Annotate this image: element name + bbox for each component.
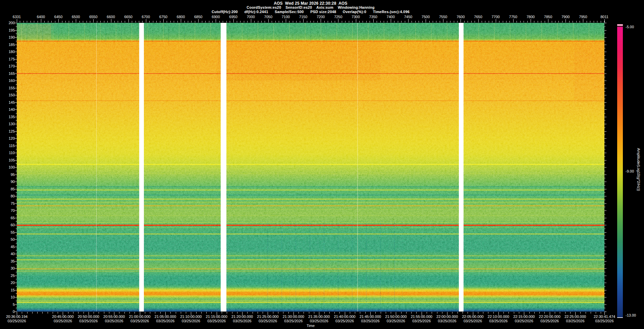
top-axis-minor-tick bbox=[524, 21, 524, 22]
time-axis-minor-tick bbox=[519, 312, 519, 314]
y-axis-right-major-tick bbox=[604, 74, 606, 74]
top-axis-minor-tick bbox=[454, 21, 454, 22]
top-axis-minor-tick bbox=[429, 21, 430, 22]
time-axis-minor-tick bbox=[432, 312, 432, 314]
time-axis-tick-label: 22:15:00.000 bbox=[513, 315, 535, 319]
top-axis-minor-tick bbox=[87, 21, 87, 22]
top-axis-tick-label: 7100 bbox=[282, 15, 290, 19]
time-axis-minor-tick bbox=[478, 312, 478, 314]
y-axis-right-major-tick bbox=[604, 153, 606, 153]
top-axis-minor-tick bbox=[244, 21, 244, 22]
y-axis-right-minor-tick bbox=[604, 128, 605, 128]
y-axis-right-major-tick bbox=[604, 66, 606, 66]
y-axis-tick-label: 85 bbox=[1, 187, 15, 191]
y-axis-right-minor-tick bbox=[604, 171, 605, 171]
spectrogram-patch bbox=[574, 42, 604, 102]
time-axis-minor-tick bbox=[129, 312, 130, 314]
top-axis-minor-tick bbox=[314, 21, 314, 22]
y-axis-tick-label: 115 bbox=[1, 144, 15, 148]
y-axis-right-major-tick bbox=[604, 52, 606, 52]
top-axis-tick-label: 7250 bbox=[334, 15, 342, 19]
top-axis-minor-tick bbox=[149, 21, 150, 22]
time-axis-minor-tick bbox=[32, 312, 33, 314]
y-axis-major-tick bbox=[15, 153, 17, 153]
y-axis-tick-label: 80 bbox=[1, 194, 15, 198]
time-axis-minor-tick bbox=[119, 312, 119, 314]
y-axis-major-tick bbox=[15, 283, 17, 283]
params-line-1: CoordSystem:es20 SensorID:es20 Axis:sum … bbox=[0, 5, 621, 9]
time-axis-date-label: 03/25/2026 bbox=[7, 319, 26, 323]
top-axis-tick-label: 7700 bbox=[491, 15, 499, 19]
top-axis-tick-label: 8011 bbox=[600, 15, 608, 19]
top-axis-minor-tick bbox=[457, 21, 458, 22]
time-axis-minor-tick bbox=[458, 312, 458, 314]
time-axis-minor-tick bbox=[145, 312, 145, 314]
top-axis-minor-tick bbox=[380, 21, 381, 22]
top-axis-minor-tick bbox=[121, 21, 122, 22]
time-axis-minor-tick bbox=[201, 312, 202, 314]
y-axis-tick-label: 35 bbox=[1, 259, 15, 263]
top-axis-minor-tick bbox=[541, 21, 541, 22]
top-axis-minor-tick bbox=[552, 21, 552, 22]
y-axis-minor-tick bbox=[16, 34, 17, 34]
time-axis-minor-tick bbox=[350, 312, 350, 314]
time-axis-minor-tick bbox=[329, 312, 330, 314]
time-axis-minor-tick bbox=[365, 312, 366, 314]
y-axis-major-tick bbox=[15, 81, 17, 81]
y-axis-right-major-tick bbox=[604, 297, 606, 297]
top-axis-minor-tick bbox=[296, 21, 297, 22]
top-axis-minor-tick bbox=[55, 21, 55, 22]
top-axis-major-tick bbox=[198, 19, 199, 22]
top-axis-minor-tick bbox=[345, 21, 345, 22]
top-axis-minor-tick bbox=[534, 21, 534, 22]
y-axis-minor-tick bbox=[16, 301, 17, 301]
y-axis-right-minor-tick bbox=[604, 84, 605, 85]
top-axis-major-tick bbox=[583, 19, 583, 22]
top-axis-minor-tick bbox=[170, 21, 171, 22]
y-axis-tick-label: 25 bbox=[1, 274, 15, 278]
top-axis-minor-tick bbox=[107, 21, 108, 22]
top-axis-major-tick bbox=[251, 19, 251, 22]
time-axis-tick-label: 21:30:00.000 bbox=[283, 315, 304, 319]
top-axis-major-tick bbox=[76, 19, 76, 22]
y-axis-right-major-tick bbox=[604, 146, 606, 146]
spectral-line bbox=[17, 292, 604, 294]
spectral-line bbox=[17, 79, 604, 79]
spectral-line bbox=[17, 234, 604, 234]
top-axis-minor-tick bbox=[489, 21, 489, 22]
time-axis-minor-tick bbox=[155, 312, 155, 314]
time-axis-date-label: 03/25/2026 bbox=[182, 319, 200, 323]
spectral-line bbox=[17, 137, 604, 138]
spectrogram-canvas[interactable] bbox=[17, 23, 604, 312]
time-axis-minor-tick bbox=[94, 312, 94, 314]
top-axis-minor-tick bbox=[352, 21, 353, 22]
time-axis-minor-tick bbox=[53, 312, 53, 314]
y-axis-minor-tick bbox=[16, 156, 17, 157]
time-axis-date-label: 03/25/2026 bbox=[412, 319, 431, 323]
top-axis-minor-tick bbox=[209, 21, 209, 22]
y-axis-minor-tick bbox=[16, 48, 17, 48]
top-axis-minor-tick bbox=[254, 21, 255, 22]
y-axis-major-tick bbox=[15, 203, 17, 204]
top-axis-minor-tick bbox=[72, 21, 73, 22]
y-axis-right-major-tick bbox=[604, 239, 606, 240]
spectral-line bbox=[17, 199, 604, 199]
top-axis-minor-tick bbox=[265, 21, 265, 22]
top-axis-minor-tick bbox=[590, 21, 590, 22]
y-axis-minor-tick bbox=[16, 77, 17, 77]
top-axis-minor-tick bbox=[118, 21, 118, 22]
top-axis-minor-tick bbox=[328, 21, 328, 22]
spectral-line bbox=[17, 202, 604, 202]
spectral-line bbox=[17, 147, 604, 147]
y-axis-major-tick bbox=[15, 254, 17, 254]
top-axis-major-tick bbox=[146, 19, 146, 22]
top-axis-minor-tick bbox=[401, 21, 401, 22]
spectral-line bbox=[17, 227, 604, 228]
top-axis-minor-tick bbox=[422, 21, 423, 22]
time-axis-minor-tick bbox=[58, 312, 58, 314]
y-axis-tick-label: 120 bbox=[1, 136, 15, 140]
spectral-line bbox=[17, 190, 604, 190]
top-axis-minor-tick bbox=[153, 21, 153, 22]
time-axis-date-label: 03/25/2026 bbox=[54, 319, 72, 323]
top-axis-minor-tick bbox=[184, 21, 185, 22]
